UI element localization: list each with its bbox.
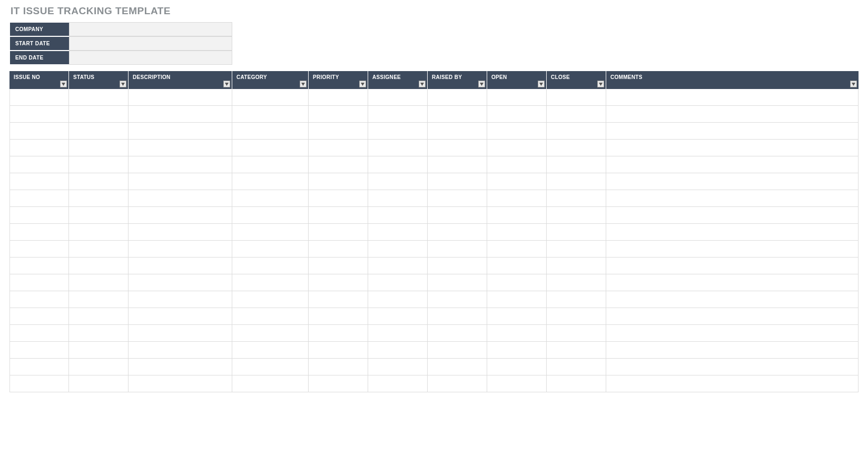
cell-issue_no[interactable] bbox=[9, 140, 69, 156]
cell-assignee[interactable] bbox=[368, 224, 428, 241]
column-header-issue_no[interactable]: ISSUE NO bbox=[9, 71, 69, 89]
cell-open[interactable] bbox=[487, 173, 547, 190]
cell-description[interactable] bbox=[129, 123, 232, 140]
cell-assignee[interactable] bbox=[368, 325, 428, 342]
cell-assignee[interactable] bbox=[368, 291, 428, 308]
cell-raised_by[interactable] bbox=[428, 173, 487, 190]
cell-category[interactable] bbox=[232, 258, 309, 274]
cell-description[interactable] bbox=[129, 274, 232, 291]
cell-issue_no[interactable] bbox=[9, 359, 69, 375]
cell-issue_no[interactable] bbox=[9, 274, 69, 291]
cell-open[interactable] bbox=[487, 156, 547, 173]
cell-close[interactable] bbox=[547, 207, 606, 224]
cell-raised_by[interactable] bbox=[428, 359, 487, 375]
cell-close[interactable] bbox=[547, 123, 606, 140]
cell-priority[interactable] bbox=[309, 325, 368, 342]
filter-dropdown-icon[interactable] bbox=[300, 81, 307, 87]
cell-priority[interactable] bbox=[309, 89, 368, 106]
cell-close[interactable] bbox=[547, 173, 606, 190]
cell-assignee[interactable] bbox=[368, 123, 428, 140]
cell-open[interactable] bbox=[487, 291, 547, 308]
column-header-open[interactable]: OPEN bbox=[487, 71, 547, 89]
cell-raised_by[interactable] bbox=[428, 123, 487, 140]
column-header-close[interactable]: CLOSE bbox=[547, 71, 606, 89]
cell-status[interactable] bbox=[69, 325, 129, 342]
column-header-assignee[interactable]: ASSIGNEE bbox=[368, 71, 428, 89]
cell-close[interactable] bbox=[547, 308, 606, 325]
cell-issue_no[interactable] bbox=[9, 123, 69, 140]
cell-open[interactable] bbox=[487, 359, 547, 375]
cell-priority[interactable] bbox=[309, 359, 368, 375]
cell-open[interactable] bbox=[487, 224, 547, 241]
cell-comments[interactable] bbox=[606, 274, 859, 291]
cell-status[interactable] bbox=[69, 89, 129, 106]
cell-status[interactable] bbox=[69, 308, 129, 325]
cell-assignee[interactable] bbox=[368, 241, 428, 258]
cell-category[interactable] bbox=[232, 325, 309, 342]
cell-comments[interactable] bbox=[606, 342, 859, 359]
cell-comments[interactable] bbox=[606, 224, 859, 241]
cell-issue_no[interactable] bbox=[9, 342, 69, 359]
column-header-category[interactable]: CATEGORY bbox=[232, 71, 309, 89]
cell-description[interactable] bbox=[129, 89, 232, 106]
cell-assignee[interactable] bbox=[368, 89, 428, 106]
meta-value-start-date[interactable] bbox=[69, 36, 232, 51]
cell-description[interactable] bbox=[129, 140, 232, 156]
cell-raised_by[interactable] bbox=[428, 291, 487, 308]
cell-assignee[interactable] bbox=[368, 173, 428, 190]
cell-category[interactable] bbox=[232, 224, 309, 241]
cell-priority[interactable] bbox=[309, 207, 368, 224]
cell-open[interactable] bbox=[487, 342, 547, 359]
cell-priority[interactable] bbox=[309, 375, 368, 392]
filter-dropdown-icon[interactable] bbox=[223, 81, 230, 87]
cell-comments[interactable] bbox=[606, 308, 859, 325]
cell-assignee[interactable] bbox=[368, 308, 428, 325]
cell-raised_by[interactable] bbox=[428, 375, 487, 392]
cell-priority[interactable] bbox=[309, 156, 368, 173]
cell-close[interactable] bbox=[547, 156, 606, 173]
cell-status[interactable] bbox=[69, 207, 129, 224]
cell-status[interactable] bbox=[69, 106, 129, 123]
cell-description[interactable] bbox=[129, 308, 232, 325]
cell-close[interactable] bbox=[547, 291, 606, 308]
cell-comments[interactable] bbox=[606, 325, 859, 342]
cell-status[interactable] bbox=[69, 140, 129, 156]
column-header-priority[interactable]: PRIORITY bbox=[309, 71, 368, 89]
cell-issue_no[interactable] bbox=[9, 308, 69, 325]
cell-description[interactable] bbox=[129, 241, 232, 258]
cell-category[interactable] bbox=[232, 140, 309, 156]
cell-description[interactable] bbox=[129, 291, 232, 308]
cell-comments[interactable] bbox=[606, 359, 859, 375]
cell-priority[interactable] bbox=[309, 308, 368, 325]
cell-category[interactable] bbox=[232, 173, 309, 190]
cell-close[interactable] bbox=[547, 258, 606, 274]
meta-value-end-date[interactable] bbox=[69, 51, 232, 65]
cell-assignee[interactable] bbox=[368, 258, 428, 274]
filter-dropdown-icon[interactable] bbox=[359, 81, 366, 87]
cell-close[interactable] bbox=[547, 89, 606, 106]
cell-status[interactable] bbox=[69, 173, 129, 190]
cell-status[interactable] bbox=[69, 342, 129, 359]
cell-status[interactable] bbox=[69, 274, 129, 291]
cell-raised_by[interactable] bbox=[428, 274, 487, 291]
filter-dropdown-icon[interactable] bbox=[597, 81, 604, 87]
cell-status[interactable] bbox=[69, 258, 129, 274]
cell-comments[interactable] bbox=[606, 241, 859, 258]
cell-open[interactable] bbox=[487, 140, 547, 156]
cell-category[interactable] bbox=[232, 106, 309, 123]
cell-category[interactable] bbox=[232, 89, 309, 106]
cell-issue_no[interactable] bbox=[9, 224, 69, 241]
cell-assignee[interactable] bbox=[368, 190, 428, 207]
cell-priority[interactable] bbox=[309, 241, 368, 258]
cell-issue_no[interactable] bbox=[9, 241, 69, 258]
cell-description[interactable] bbox=[129, 224, 232, 241]
cell-close[interactable] bbox=[547, 274, 606, 291]
cell-open[interactable] bbox=[487, 89, 547, 106]
cell-description[interactable] bbox=[129, 156, 232, 173]
column-header-status[interactable]: STATUS bbox=[69, 71, 129, 89]
cell-open[interactable] bbox=[487, 207, 547, 224]
filter-dropdown-icon[interactable] bbox=[419, 81, 426, 87]
cell-category[interactable] bbox=[232, 274, 309, 291]
cell-comments[interactable] bbox=[606, 106, 859, 123]
cell-close[interactable] bbox=[547, 106, 606, 123]
